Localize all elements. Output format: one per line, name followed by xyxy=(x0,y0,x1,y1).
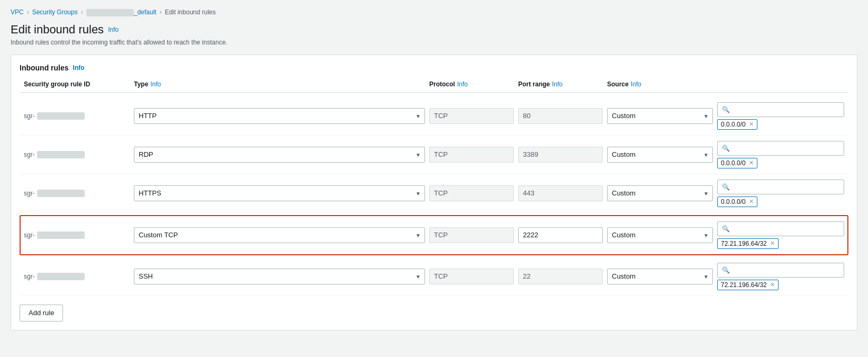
type-select-wrapper: HTTPS ▼ xyxy=(134,185,425,201)
type-select[interactable]: SSH xyxy=(134,269,425,284)
port-input[interactable] xyxy=(518,227,603,243)
port-cell: 443 xyxy=(518,185,603,201)
search-icon: 🔍 xyxy=(722,266,730,274)
source-select-wrapper: Custom ▼ xyxy=(607,147,713,163)
rule-id-cell: sgr- xyxy=(24,151,130,158)
protocol-field: TCP xyxy=(429,147,514,163)
rule-id-cell: sgr- xyxy=(24,112,130,120)
breadcrumb-current: Edit inbound rules xyxy=(165,8,215,16)
breadcrumb-sep-2: › xyxy=(81,8,83,16)
page-subtitle: Inbound rules control the incoming traff… xyxy=(11,39,857,46)
search-icon: 🔍 xyxy=(722,183,730,191)
cidr-tag: 72.21.196.64/32 ✕ xyxy=(717,238,779,249)
type-select[interactable]: HTTP xyxy=(134,108,425,124)
cidr-value: 72.21.196.64/32 xyxy=(721,281,767,289)
source-select-wrapper: Custom ▼ xyxy=(607,227,713,243)
cidr-search-box[interactable]: 🔍 xyxy=(717,180,844,194)
cidr-section: 🔍 0.0.0.0/0 ✕ xyxy=(717,102,844,130)
cidr-search-box[interactable]: 🔍 xyxy=(717,141,844,156)
type-select[interactable]: RDP xyxy=(134,147,425,163)
col-header-protocol: Protocol Info xyxy=(429,81,514,88)
panel-info-link[interactable]: Info xyxy=(73,64,85,72)
table-header: Security group rule ID Type Info Protoco… xyxy=(20,81,848,93)
table-row: sgr- HTTPS ▼ TCP 443 Custom ▼ 🔍 0.0.0.0/ xyxy=(20,174,848,213)
cidr-remove-button[interactable]: ✕ xyxy=(749,198,754,205)
search-icon: 🔍 xyxy=(722,225,730,233)
col-header-port-range: Port range Info xyxy=(518,81,603,88)
port-cell: 22 xyxy=(518,269,603,284)
sgr-prefix: sgr- xyxy=(24,151,35,158)
type-select-wrapper: RDP ▼ xyxy=(134,147,425,163)
cidr-search-box[interactable]: 🔍 xyxy=(717,102,844,117)
table-row: sgr- RDP ▼ TCP 3389 Custom ▼ 🔍 0.0.0.0/0 xyxy=(20,136,848,174)
cidr-section: 🔍 72.21.196.64/32 ✕ xyxy=(717,263,844,290)
rule-id-cell: sgr- xyxy=(24,273,130,280)
cidr-search-box[interactable]: 🔍 xyxy=(717,263,844,278)
cidr-section: 🔍 72.21.196.64/32 ✕ xyxy=(717,221,844,249)
port-cell xyxy=(518,227,603,243)
source-select[interactable]: Custom xyxy=(607,147,713,163)
source-select[interactable]: Custom xyxy=(607,269,713,284)
rule-id-cell: sgr- xyxy=(24,231,130,239)
cidr-value: 0.0.0.0/0 xyxy=(721,198,746,206)
cidr-tag: 72.21.196.64/32 ✕ xyxy=(717,280,779,290)
search-icon: 🔍 xyxy=(722,106,730,113)
col-header-empty xyxy=(717,81,844,88)
protocol-field: TCP xyxy=(429,269,514,284)
source-select-wrapper: Custom ▼ xyxy=(607,108,713,124)
add-rule-button[interactable]: Add rule xyxy=(20,305,63,322)
port-cell: 3389 xyxy=(518,147,603,163)
cidr-tag: 0.0.0.0/0 ✕ xyxy=(717,119,757,130)
source-select[interactable]: Custom xyxy=(607,227,713,243)
type-select[interactable]: HTTPS xyxy=(134,185,425,201)
cidr-tag: 0.0.0.0/0 ✕ xyxy=(717,158,757,168)
cidr-value: 0.0.0.0/0 xyxy=(721,159,746,167)
cidr-tag: 0.0.0.0/0 ✕ xyxy=(717,197,757,207)
type-select[interactable]: Custom TCP xyxy=(134,227,425,243)
cidr-search-input[interactable] xyxy=(733,144,839,152)
col-header-rule-id: Security group rule ID xyxy=(24,81,130,88)
cidr-search-input[interactable] xyxy=(733,266,839,274)
col-header-type: Type Info xyxy=(134,81,425,88)
port-cell: 80 xyxy=(518,108,603,124)
search-icon: 🔍 xyxy=(722,145,730,152)
inbound-rules-panel: Inbound rules Info Security group rule I… xyxy=(11,55,857,331)
sgr-prefix: sgr- xyxy=(24,231,35,239)
type-info-link[interactable]: Info xyxy=(150,81,161,88)
port-display: 443 xyxy=(518,185,603,201)
breadcrumb: VPC › Security Groups › _default › Edit … xyxy=(11,8,857,16)
cidr-remove-button[interactable]: ✕ xyxy=(749,159,754,166)
source-select[interactable]: Custom xyxy=(607,108,713,124)
source-select[interactable]: Custom xyxy=(607,185,713,201)
rules-container: sgr- HTTP ▼ TCP 80 Custom ▼ 🔍 0.0.0.0/0 xyxy=(20,97,848,296)
cidr-remove-button[interactable]: ✕ xyxy=(770,281,775,288)
cidr-search-input[interactable] xyxy=(733,105,839,113)
protocol-field: TCP xyxy=(429,227,514,243)
sgr-prefix: sgr- xyxy=(24,112,35,120)
type-select-wrapper: SSH ▼ xyxy=(134,269,425,284)
cidr-search-input[interactable] xyxy=(733,225,839,233)
port-info-link[interactable]: Info xyxy=(552,81,563,88)
cidr-remove-button[interactable]: ✕ xyxy=(770,240,775,247)
port-display: 22 xyxy=(518,269,603,284)
cidr-search-box[interactable]: 🔍 xyxy=(717,221,844,236)
breadcrumb-security-groups[interactable]: Security Groups xyxy=(32,8,78,16)
cidr-section: 🔍 0.0.0.0/0 ✕ xyxy=(717,180,844,207)
breadcrumb-sep-1: › xyxy=(27,8,29,16)
page-title: Edit inbound rules Info xyxy=(11,23,857,37)
protocol-info-link[interactable]: Info xyxy=(457,81,468,88)
breadcrumb-sg[interactable]: _default xyxy=(86,8,157,16)
cidr-remove-button[interactable]: ✕ xyxy=(749,121,754,128)
protocol-field: TCP xyxy=(429,108,514,124)
cidr-search-input[interactable] xyxy=(733,183,839,191)
cidr-value: 0.0.0.0/0 xyxy=(721,121,746,128)
type-select-wrapper: Custom TCP ▼ xyxy=(134,227,425,243)
sgr-prefix: sgr- xyxy=(24,190,35,197)
cidr-value: 72.21.196.64/32 xyxy=(721,240,767,247)
breadcrumb-vpc[interactable]: VPC xyxy=(11,8,24,16)
cidr-section: 🔍 0.0.0.0/0 ✕ xyxy=(717,141,844,168)
table-row: sgr- Custom TCP ▼ TCP Custom ▼ 🔍 72.21. xyxy=(20,215,848,255)
page-info-link[interactable]: Info xyxy=(108,26,119,33)
breadcrumb-sep-3: › xyxy=(159,8,161,16)
source-info-link[interactable]: Info xyxy=(631,81,641,88)
